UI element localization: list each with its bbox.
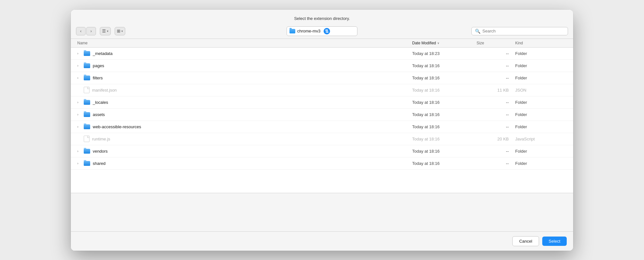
file-name-cell: › pages (77, 63, 412, 68)
nav-buttons: ‹ › (76, 27, 96, 35)
folder-icon (84, 76, 90, 80)
file-kind: Folder (515, 63, 567, 68)
table-row[interactable]: › _metadata Today at 18:23 -- Folder (71, 48, 573, 60)
file-name-cell: › shared (77, 161, 412, 166)
file-size: -- (477, 51, 515, 56)
empty-area (71, 193, 573, 231)
file-date: Today at 18:16 (412, 149, 477, 154)
grid-view-button[interactable]: ⊞ ▾ (115, 27, 125, 35)
file-name: vendors (93, 149, 108, 154)
table-row[interactable]: › assets Today at 18:16 -- Folder (71, 109, 573, 121)
file-picker-dialog: Select the extension directory. ‹ › ☰ ▾ … (71, 10, 573, 251)
col-header-date[interactable]: Date Modified ∨ (412, 41, 477, 45)
expand-arrow-icon[interactable]: › (77, 76, 81, 80)
file-date: Today at 18:16 (412, 76, 477, 80)
folder-icon (84, 161, 90, 166)
file-date: Today at 18:16 (412, 63, 477, 68)
list-view-button[interactable]: ☰ ▾ (100, 27, 111, 35)
path-spinner: ⇅ (324, 28, 330, 34)
expand-arrow-icon[interactable]: › (77, 101, 81, 104)
file-kind: JavaScript (515, 137, 567, 141)
file-kind: Folder (515, 161, 567, 166)
table-row[interactable]: › filters Today at 18:16 -- Folder (71, 72, 573, 84)
col-header-name[interactable]: Name (77, 41, 412, 45)
file-date: Today at 18:16 (412, 112, 477, 117)
file-size: -- (477, 100, 515, 105)
file-size: -- (477, 76, 515, 80)
grid-chevron-icon: ▾ (121, 30, 123, 33)
list-chevron-icon: ▾ (107, 30, 109, 33)
file-size: -- (477, 161, 515, 166)
folder-icon (84, 51, 90, 56)
expand-arrow-icon[interactable]: › (77, 149, 81, 153)
file-name-cell: › web-accessible-resources (77, 124, 412, 129)
table-row[interactable]: › runtime.js Today at 18:16 20 KB JavaSc… (71, 133, 573, 145)
file-date: Today at 18:16 (412, 137, 477, 141)
dialog-title: Select the extension directory. (294, 16, 350, 21)
file-list: › _metadata Today at 18:23 -- Folder › p… (71, 48, 573, 193)
expand-arrow-icon[interactable]: › (77, 125, 81, 129)
col-header-kind[interactable]: Kind (515, 41, 567, 45)
file-size: 11 KB (477, 88, 515, 93)
expand-arrow-icon[interactable]: › (77, 64, 81, 67)
file-icon (84, 87, 90, 93)
toolbar: ‹ › ☰ ▾ ⊞ ▾ chrome-mv3 ⇅ 🔍 (71, 24, 573, 39)
table-row[interactable]: › vendors Today at 18:16 -- Folder (71, 145, 573, 157)
file-kind: Folder (515, 51, 567, 56)
file-kind: Folder (515, 149, 567, 154)
table-row[interactable]: › _locales Today at 18:16 -- Folder (71, 96, 573, 109)
file-name-cell: › vendors (77, 149, 412, 154)
folder-icon (84, 112, 90, 117)
expand-arrow-icon[interactable]: › (77, 113, 81, 116)
search-box[interactable]: 🔍 (471, 27, 568, 35)
file-kind: Folder (515, 76, 567, 80)
button-bar: Cancel Select (71, 231, 573, 251)
file-date: Today at 18:16 (412, 124, 477, 129)
path-bar[interactable]: chrome-mv3 ⇅ (287, 26, 357, 36)
file-kind: Folder (515, 100, 567, 105)
file-name-cell: › _locales (77, 100, 412, 105)
file-name-cell: › manifest.json (77, 87, 412, 93)
file-size: -- (477, 63, 515, 68)
file-name: _locales (93, 100, 108, 105)
select-button[interactable]: Select (542, 237, 567, 246)
file-date: Today at 18:16 (412, 100, 477, 105)
file-date: Today at 18:16 (412, 88, 477, 93)
folder-icon (84, 63, 90, 68)
file-kind: Folder (515, 124, 567, 129)
cancel-button[interactable]: Cancel (512, 236, 539, 246)
file-name: web-accessible-resources (93, 124, 141, 129)
file-size: -- (477, 112, 515, 117)
file-date: Today at 18:16 (412, 161, 477, 166)
back-button[interactable]: ‹ (76, 27, 86, 35)
folder-icon (84, 124, 90, 129)
file-icon (84, 136, 90, 142)
file-kind: Folder (515, 112, 567, 117)
sort-chevron-icon: ∨ (437, 41, 440, 45)
col-header-size[interactable]: Size (477, 41, 515, 45)
expand-arrow-icon[interactable]: › (77, 52, 81, 55)
file-name-cell: › runtime.js (77, 136, 412, 142)
title-bar: Select the extension directory. (71, 10, 573, 24)
expand-arrow-icon[interactable]: › (77, 162, 81, 165)
file-size: 20 KB (477, 137, 515, 141)
file-name-cell: › filters (77, 76, 412, 80)
search-input[interactable] (482, 29, 564, 33)
file-name: runtime.js (92, 137, 110, 141)
table-row[interactable]: › shared Today at 18:16 -- Folder (71, 157, 573, 170)
file-size: -- (477, 149, 515, 154)
file-name: assets (93, 112, 105, 117)
file-name-cell: › assets (77, 112, 412, 117)
column-headers: Name Date Modified ∨ Size Kind (71, 39, 573, 48)
table-row[interactable]: › pages Today at 18:16 -- Folder (71, 60, 573, 72)
file-kind: JSON (515, 88, 567, 93)
file-name: filters (93, 76, 103, 80)
forward-button[interactable]: › (86, 27, 96, 35)
path-text: chrome-mv3 (297, 29, 320, 33)
file-date: Today at 18:23 (412, 51, 477, 56)
table-row[interactable]: › web-accessible-resources Today at 18:1… (71, 121, 573, 133)
table-row[interactable]: › manifest.json Today at 18:16 11 KB JSO… (71, 84, 573, 96)
file-name: manifest.json (92, 88, 117, 93)
file-name: pages (93, 63, 104, 68)
folder-icon (84, 100, 90, 105)
